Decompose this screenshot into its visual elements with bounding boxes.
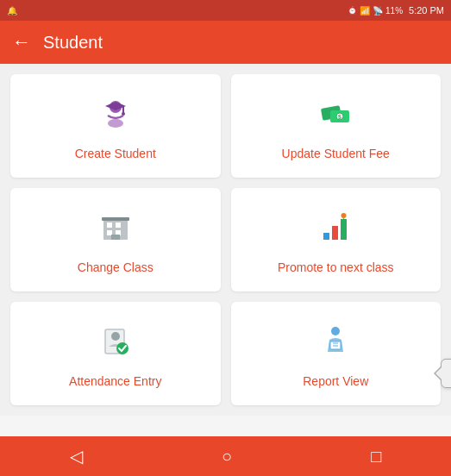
app-icon: 🔔 [7,6,17,16]
svg-rect-1 [122,106,124,113]
signal-icon: 📡 [373,6,383,16]
svg-rect-15 [323,233,329,240]
wifi-icon: 📶 [360,6,370,16]
report-button[interactable]: Report View Student report view [231,302,442,405]
back-button[interactable]: ← [12,31,31,53]
building-icon [97,209,135,252]
status-right: ⏰ 📶 📡 11% 5:20 PM [348,5,444,16]
status-bar: 🔔 ⏰ 📶 📡 11% 5:20 PM [0,0,451,21]
nav-home-button[interactable]: ○ [204,440,249,473]
status-left: 🔔 [7,6,17,16]
svg-text:$: $ [338,114,341,121]
alarm-icon: ⏰ [348,6,357,15]
svg-point-3 [108,119,123,128]
svg-point-21 [111,332,120,341]
svg-rect-9 [107,222,112,228]
change-class-button[interactable]: Change Class [10,188,221,291]
menu-grid: Create Student $ Update Student Fee [0,64,451,416]
create-student-button[interactable]: Create Student [10,74,221,178]
nav-back-button[interactable]: ◁ [53,439,100,473]
svg-point-18 [341,213,347,218]
svg-rect-17 [341,219,347,240]
promote-button[interactable]: Promote to next class [231,188,442,291]
report-label: Report View [303,374,368,388]
battery-text: 11% [385,6,403,16]
nav-bar: ◁ ○ □ [0,436,451,476]
svg-rect-13 [111,235,120,240]
svg-point-23 [331,327,340,335]
promote-label: Promote to next class [278,260,394,274]
chart-icon [316,209,354,252]
svg-point-2 [122,112,125,116]
tooltip-bubble: Student report view [441,359,451,388]
create-student-label: Create Student [75,147,156,160]
update-fee-label: Update Student Fee [282,147,390,160]
page-title: Student [43,33,103,53]
svg-rect-16 [332,226,338,240]
nav-recents-button[interactable]: □ [354,440,398,473]
app-bar: ← Student [0,21,451,64]
money-icon: $ [316,95,354,138]
svg-rect-14 [102,217,129,221]
update-fee-button[interactable]: $ Update Student Fee [231,74,442,178]
change-class-label: Change Class [78,260,153,274]
report-icon [316,323,354,366]
time-text: 5:20 PM [409,5,444,16]
attendance-label: Attendance Entry [69,374,161,388]
graduate-icon [97,95,135,138]
svg-rect-10 [116,222,121,228]
attendance-button[interactable]: Attendance Entry [10,302,221,405]
attendance-icon [97,323,135,366]
